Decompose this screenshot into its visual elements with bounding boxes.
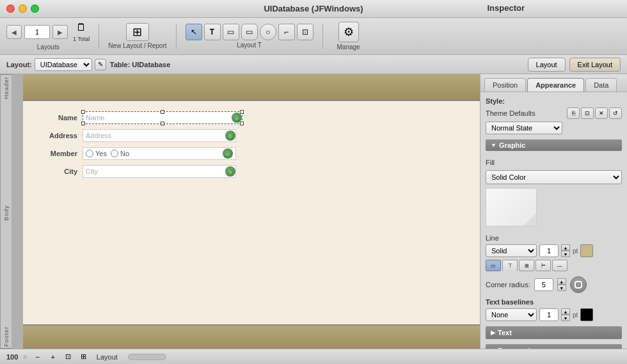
line-inner-btn[interactable]: ⊞ <box>519 260 534 271</box>
page-number-input[interactable]: 1 <box>24 25 50 39</box>
text-tool[interactable]: T <box>204 24 221 40</box>
corner-down[interactable]: ▼ <box>557 285 566 291</box>
tab-appearance[interactable]: Appearance <box>527 78 584 91</box>
text-section-header[interactable]: ▶ Text <box>486 326 622 339</box>
layout-select[interactable]: UIDatabase <box>35 58 92 71</box>
address-label: Address <box>36 132 77 139</box>
footer-side-label: Footer <box>0 324 12 349</box>
graphic-arrow: ▼ <box>491 142 496 148</box>
line-all-btn[interactable]: ▭ <box>486 260 501 271</box>
inspector-panel: Position Appearance Data Style: Theme De… <box>480 74 627 349</box>
line-color-swatch[interactable] <box>580 244 593 257</box>
scroll-bar[interactable] <box>128 354 166 360</box>
color-preview[interactable] <box>486 188 537 226</box>
new-layout-label: New Layout / Report <box>108 42 166 49</box>
address-field-row: Address Address ⌕ <box>36 129 467 142</box>
yes-option[interactable]: Yes <box>86 150 107 157</box>
sep1 <box>99 24 99 49</box>
line-style-buttons: ▭ ⊤ ⊞ ⊢ — <box>486 260 622 271</box>
line-style-select[interactable]: Solid <box>486 244 537 257</box>
round-corners-svg <box>574 280 583 289</box>
zoom-out-icon[interactable]: − <box>33 352 43 362</box>
address-field-wrapper[interactable]: Address ⌕ <box>83 129 236 142</box>
line-bottom-btn[interactable]: — <box>552 260 567 271</box>
reset-style-btn[interactable]: ↺ <box>609 107 622 119</box>
city-field-wrapper[interactable]: City ⌕ <box>83 165 236 178</box>
footer-label-text: Footer <box>3 326 10 347</box>
corner-radius-input[interactable]: 5 <box>534 278 553 291</box>
paste-style-btn[interactable]: ⊡ <box>581 107 594 119</box>
line-tool[interactable]: ⌐ <box>278 24 295 40</box>
member-search-icon[interactable]: ⌕ <box>223 148 233 159</box>
copy-style-btn[interactable]: ⎘ <box>567 107 580 119</box>
layout-mode-button[interactable]: Layout <box>528 58 566 72</box>
text-baselines-label: Text baselines <box>486 298 534 306</box>
clear-style-btn[interactable]: ✕ <box>595 107 608 119</box>
next-button[interactable]: ▶ <box>52 25 68 39</box>
normal-state-select[interactable]: Normal State <box>486 122 562 134</box>
main-content: Header Body Footer Name <box>0 74 627 349</box>
name-placeholder: Name <box>83 114 230 122</box>
corner-radius-label: Corner radius: <box>486 281 530 289</box>
baselines-select[interactable]: None <box>486 308 537 321</box>
total-group: 🗒 1 Total <box>73 22 90 42</box>
svg-rect-0 <box>575 281 582 288</box>
no-option[interactable]: No <box>111 150 129 157</box>
prev-button[interactable]: ◀ <box>6 25 22 39</box>
text-baselines-section: Text baselines None ▲ ▼ pt <box>486 298 622 321</box>
tab-position[interactable]: Position <box>484 78 526 91</box>
close-button[interactable] <box>6 4 15 13</box>
round-corners-icon[interactable] <box>570 276 587 293</box>
manage-label: Manage <box>337 44 360 51</box>
baselines-width-input[interactable] <box>539 308 559 321</box>
line-top-btn[interactable]: ⊤ <box>502 260 518 271</box>
total-icon: 🗒 <box>76 22 86 33</box>
pointer-tool[interactable]: ↖ <box>186 24 202 40</box>
maximize-button[interactable] <box>31 4 39 13</box>
no-radio[interactable] <box>111 150 118 157</box>
nav-buttons: ◀ 1 ▶ 🗒 1 Total <box>6 22 90 42</box>
stepper-up[interactable]: ▲ <box>561 244 570 251</box>
fill-select[interactable]: Solid Color <box>486 170 622 184</box>
edit-layout-button[interactable]: ✎ <box>95 59 106 70</box>
corner-up[interactable]: ▲ <box>557 278 566 285</box>
line-section: Line Solid ▲ ▼ pt ▭ ⊤ ⊞ <box>486 234 622 271</box>
header-label-text: Header <box>3 77 10 100</box>
stepper-down[interactable]: ▼ <box>561 251 570 257</box>
sub-toolbar-right: Layout Exit Layout <box>528 58 621 72</box>
city-search-icon[interactable]: ⌕ <box>225 166 235 177</box>
portal-tool[interactable]: ⊡ <box>297 24 314 40</box>
exit-layout-button[interactable]: Exit Layout <box>569 58 621 72</box>
baselines-up[interactable]: ▲ <box>561 308 570 315</box>
table-label: Table: UIDatabase <box>110 61 171 68</box>
style-row: Theme Defaults ⎘ ⊡ ✕ ↺ <box>486 107 622 119</box>
rounded-rect-tool[interactable]: ▭ <box>241 24 258 40</box>
handle-bl <box>81 122 85 125</box>
bottom-bar: 100 = − + ⊡ ⊞ Layout <box>0 349 627 364</box>
baselines-color-swatch[interactable] <box>580 308 593 321</box>
inspector-title: Inspector <box>487 3 525 13</box>
zoom-in-icon[interactable]: + <box>48 352 58 362</box>
yes-radio[interactable] <box>86 150 93 157</box>
graphic-divider[interactable]: ▼ Graphic <box>486 139 622 151</box>
grid-icon[interactable]: ⊞ <box>79 352 89 362</box>
name-input-container[interactable]: Name ⌕ <box>83 111 242 124</box>
layouts-group: ◀ 1 ▶ 🗒 1 Total Layouts <box>6 22 90 51</box>
line-width-input[interactable] <box>539 244 559 257</box>
line-right-btn[interactable]: ⊢ <box>536 260 551 271</box>
corner-stepper: ▲ ▼ <box>557 278 566 291</box>
new-layout-button[interactable]: ⊞ <box>126 23 149 41</box>
rect-tool[interactable]: ▭ <box>223 24 239 40</box>
baselines-down[interactable]: ▼ <box>561 315 570 321</box>
yes-label: Yes <box>95 150 107 157</box>
fit-icon[interactable]: ⊡ <box>63 352 74 362</box>
paragraph-section-header[interactable]: ▶ Paragraph <box>486 344 622 349</box>
manage-button[interactable]: ⚙ Manage <box>337 22 360 51</box>
graphic-section: Fill Solid Color <box>486 156 622 229</box>
address-search-icon[interactable]: ⌕ <box>225 131 235 141</box>
layout-canvas: Name Name <box>23 74 480 349</box>
tab-data[interactable]: Data <box>585 78 617 91</box>
oval-tool[interactable]: ○ <box>260 24 276 40</box>
city-label: City <box>36 168 77 175</box>
minimize-button[interactable] <box>19 4 27 13</box>
